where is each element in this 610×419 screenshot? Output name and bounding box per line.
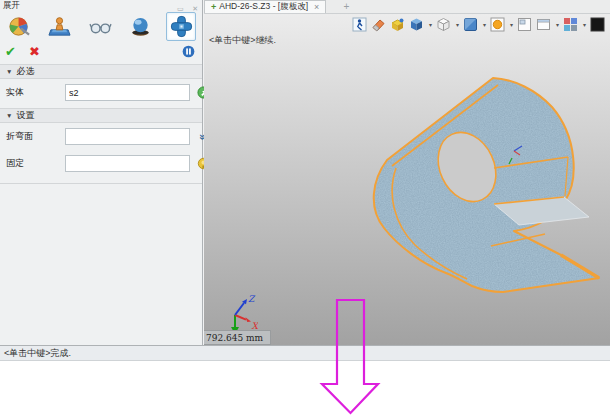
small-window-icon[interactable]	[517, 17, 532, 32]
background-color-icon[interactable]	[590, 17, 605, 32]
panel-titlebar: 展开 ▭ ✕	[0, 0, 202, 11]
entity-field-label: 实体	[6, 86, 60, 99]
collapse-arrow-icon: ▼	[6, 68, 12, 75]
unfold-flatten-icon-svg	[170, 15, 193, 38]
stamp-figure-icon[interactable]	[45, 12, 75, 41]
sheetmetal-model[interactable]	[204, 14, 610, 345]
palette-icon-svg	[8, 15, 31, 38]
coordinate-triad: Z X	[220, 291, 258, 335]
scale-readout: 792.645 mm	[204, 330, 271, 345]
section-label: 必选	[16, 65, 34, 78]
viewport-prompt: <单击中键>继续.	[209, 34, 276, 47]
entity-field-row: 实体	[0, 79, 202, 106]
part-tab-icon: +	[211, 2, 216, 12]
fixed-field-label: 固定	[6, 157, 60, 170]
z-axis-label: Z	[248, 294, 256, 304]
eraser-icon[interactable]	[371, 17, 386, 32]
chevron-down-icon[interactable]: ▾	[583, 21, 586, 28]
panel-minimize-button[interactable]: ▭	[177, 5, 184, 12]
stamp-figure-icon-svg	[48, 15, 71, 38]
3d-viewport[interactable]: ▾ ▾ ▾ ▾ ▾	[204, 14, 610, 345]
document-tab-active[interactable]: + AHD-26-S.Z3 - [腹板改] ×	[204, 0, 326, 13]
collapse-arrow-icon: ▼	[6, 112, 12, 119]
chevron-down-icon[interactable]: ▾	[510, 21, 513, 28]
glasses-icon[interactable]	[85, 12, 115, 41]
info-icon[interactable]	[182, 45, 195, 58]
new-tab-button[interactable]: +	[336, 0, 356, 13]
cad-window: 展开 ▭ ✕	[0, 0, 610, 361]
bend-face-field-row: 折弯面 »	[0, 123, 202, 150]
section-header-required[interactable]: ▼ 必选	[0, 64, 202, 79]
bend-face-input[interactable]	[65, 128, 190, 145]
exit-pick-icon[interactable]	[352, 17, 367, 32]
entity-input[interactable]	[65, 84, 190, 101]
multi-view-icon[interactable]	[563, 17, 578, 32]
sphere-icon-svg	[129, 15, 152, 38]
render-mode-icon[interactable]	[490, 17, 505, 32]
panel-divider	[0, 183, 202, 184]
unfold-panel: 展开 ▭ ✕	[0, 0, 203, 345]
info-icon-svg	[182, 45, 195, 58]
tab-close-icon[interactable]: ×	[314, 2, 319, 12]
app-window: 展开 ▭ ✕	[0, 0, 610, 419]
shaded-display-icon[interactable]	[409, 17, 424, 32]
glasses-icon-svg	[89, 15, 112, 38]
chevron-down-icon[interactable]: ▾	[556, 21, 559, 28]
unfold-flatten-icon[interactable]	[166, 12, 196, 41]
cancel-button[interactable]: ✖	[29, 45, 40, 59]
panel-toolbar	[0, 11, 202, 42]
viewport-layout-icon[interactable]	[536, 17, 551, 32]
status-message: <单击中键>完成.	[4, 347, 71, 360]
status-bar: <单击中键>完成.	[0, 345, 610, 361]
section-label: 设置	[16, 109, 34, 122]
sphere-icon[interactable]	[126, 12, 156, 41]
main-area: + AHD-26-S.Z3 - [腹板改] × +	[204, 0, 610, 345]
tab-title: AHD-26-S.Z3 - [腹板改]	[219, 1, 308, 13]
paint-bucket-icon[interactable]	[390, 17, 405, 32]
document-tabbar: + AHD-26-S.Z3 - [腹板改] × +	[204, 0, 610, 14]
x-axis-arrow	[245, 317, 251, 322]
chevron-down-icon[interactable]: ▾	[429, 21, 432, 28]
bend-face-field-label: 折弯面	[6, 130, 60, 143]
palette-icon[interactable]	[4, 12, 34, 41]
panel-actions: ✔ ✖	[0, 42, 202, 62]
ok-button[interactable]: ✔	[5, 45, 16, 59]
down-arrow-annotation	[318, 296, 384, 418]
panel-title: 展开	[3, 0, 20, 12]
panel-close-button[interactable]: ✕	[192, 5, 198, 12]
fixed-input[interactable]	[65, 155, 190, 172]
view-orientation-icon[interactable]	[463, 17, 478, 32]
chevron-down-icon[interactable]: ▾	[456, 21, 459, 28]
view-toolbar: ▾ ▾ ▾ ▾ ▾	[352, 17, 605, 32]
wireframe-display-icon[interactable]	[436, 17, 451, 32]
section-header-settings[interactable]: ▼ 设置	[0, 108, 202, 123]
chevron-down-icon[interactable]: ▾	[483, 21, 486, 28]
fixed-field-row: 固定	[0, 150, 202, 177]
